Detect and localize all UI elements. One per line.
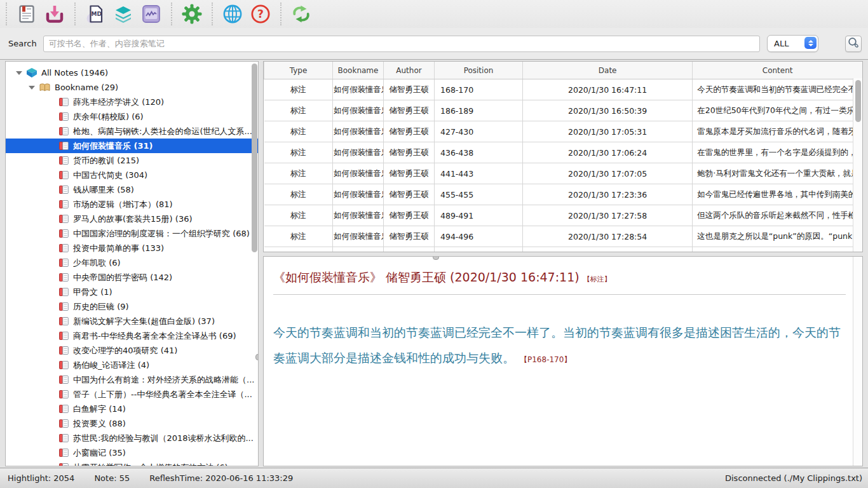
search-label: Search: [8, 39, 37, 48]
column-header[interactable]: Position: [435, 62, 523, 79]
search-row: Search ALL: [0, 28, 868, 60]
sidebar-item-book[interactable]: 少年凯歌 (6): [6, 255, 258, 270]
notes-document-button[interactable]: [13, 1, 41, 27]
cell-date: 2020/1/30 17:27:58: [523, 205, 693, 226]
disclosure-triangle-icon[interactable]: [29, 86, 35, 90]
book-label: 历史的巨镜 (9): [73, 301, 129, 313]
cell-content: 如今雷鬼已经传遍世界各地，其中传到南美的那条线演变成了西班牙语雷鬼，: [693, 184, 862, 205]
table-row[interactable]: 标注 如何假装懂音乐 储智勇王硕 186-189 2020/1/30 16:50…: [264, 100, 863, 121]
cell-author: 储智勇王硕: [384, 100, 435, 121]
detail-divider: [273, 294, 846, 295]
app-window: MD ? Search ALL: [0, 0, 868, 488]
sidebar-item-book[interactable]: 白鱼解字 (14): [6, 402, 258, 416]
sidebar-item-book[interactable]: 货币的教训 (215): [6, 153, 258, 168]
cell-content: 鲍勃·马利对雷鬼文化还有一个重大贡献，就是将脏辫传播到了世界各地。关于为...: [693, 163, 862, 184]
sidebar-item-all-notes[interactable]: All Notes (1946): [6, 65, 258, 80]
sidebar-item-book[interactable]: 改变心理学的40项研究 (41): [6, 343, 258, 358]
cell-bookname: 如何假装懂音乐: [333, 205, 384, 226]
sidebar-item-book[interactable]: 中国古代简史 (304): [6, 168, 258, 182]
filter-select[interactable]: ALL: [767, 35, 818, 52]
splitter-handle[interactable]: [255, 354, 259, 360]
svg-text:?: ?: [257, 8, 264, 20]
red-book-icon: [59, 434, 69, 442]
cell-date: 2020/1/30 17:06:24: [523, 142, 693, 163]
table-row[interactable]: 标注 如何假装懂音乐 储智勇王硕 168-170 2020/1/30 16:47…: [264, 79, 863, 100]
sidebar-item-book[interactable]: 投资中最简单的事 (133): [6, 241, 258, 255]
detail-scrollbar-track[interactable]: [853, 257, 862, 466]
cell-type: 标注: [264, 121, 333, 142]
sidebar-scrollbar-thumb[interactable]: [252, 64, 257, 252]
sidebar-item-book[interactable]: 商君书-中华经典名著全本全注全译丛书 (69): [6, 329, 258, 343]
sidebar-item-book[interactable]: 如何假装懂音乐 (31): [6, 139, 258, 153]
table-row[interactable]: 标注 如何假装懂音乐 储智勇王硕 500-501 2020/1/30 17:29…: [264, 247, 863, 253]
cell-position: 489-491: [435, 205, 523, 226]
refresh-sync-icon: [291, 4, 311, 24]
sidebar-item-book[interactable]: 钱从哪里来 (58): [6, 182, 258, 197]
red-book-icon: [59, 200, 69, 208]
column-header[interactable]: Author: [384, 62, 435, 79]
cell-position: 500-501: [435, 247, 523, 253]
column-header[interactable]: Type: [264, 62, 333, 79]
splitter-handle[interactable]: [433, 256, 439, 260]
note-detail: 《如何假装懂音乐》 储智勇王硕 (2020/1/30 16:47:11)【标注】…: [264, 257, 862, 372]
cell-bookname: 如何假装懂音乐: [333, 226, 384, 247]
cell-author: 储智勇王硕: [384, 184, 435, 205]
search-input[interactable]: [43, 36, 760, 52]
sidebar-item-book[interactable]: 新编说文解字大全集(超值白金版) (37): [6, 314, 258, 329]
cell-position: 436-438: [435, 142, 523, 163]
table-row[interactable]: 标注 如何假装懂音乐 储智勇王硕 494-496 2020/1/30 17:28…: [264, 226, 863, 247]
column-header[interactable]: Bookname: [333, 62, 384, 79]
settings-button[interactable]: [178, 1, 206, 27]
help-button[interactable]: ?: [247, 1, 275, 27]
table-row[interactable]: 标注 如何假装懂音乐 储智勇王硕 436-438 2020/1/30 17:06…: [264, 142, 863, 163]
sidebar-item-book[interactable]: 历史的巨镜 (9): [6, 299, 258, 314]
sidebar-item-book[interactable]: 中国国家治理的制度逻辑：一个组织学研究 (68): [6, 226, 258, 241]
sidebar-item-bookname-group[interactable]: Bookname (29): [6, 80, 258, 95]
sidebar-item-book[interactable]: 中国为什么有前途：对外经济关系的战略潜能（...: [6, 372, 258, 387]
table-scrollbar-thumb[interactable]: [855, 80, 861, 122]
table-row[interactable]: 标注 如何假装懂音乐 储智勇王硕 489-491 2020/1/30 17:27…: [264, 205, 863, 226]
statistics-button[interactable]: [137, 1, 165, 27]
sidebar-item-book[interactable]: 杨伯峻_论语译注 (4): [6, 358, 258, 372]
note-title-text: 《如何假装懂音乐》 储智勇王硕 (2020/1/30 16:47:11): [273, 270, 580, 284]
sidebar-item-book[interactable]: 市场的逻辑（增订本）(81): [6, 197, 258, 212]
layers-button[interactable]: [109, 1, 137, 27]
import-clippings-icon: [45, 4, 64, 24]
cell-type: 标注: [264, 79, 333, 100]
cell-bookname: 如何假装懂音乐: [333, 142, 384, 163]
web-button[interactable]: [219, 1, 247, 27]
main-area: All Notes (1946) Bookname (29) 薛兆丰经济学讲义 …: [0, 60, 868, 468]
book-label: 庆余年(精校版) (6): [73, 111, 144, 123]
help-icon: ?: [250, 4, 271, 24]
red-book-icon: [59, 273, 69, 281]
table-row[interactable]: 标注 如何假装懂音乐 储智勇王硕 427-430 2020/1/30 17:05…: [264, 121, 863, 142]
book-label: 市场的逻辑（增订本）(81): [73, 199, 173, 210]
markdown-export-button[interactable]: MD: [81, 1, 109, 27]
column-header[interactable]: Content: [693, 62, 862, 79]
sidebar-item-book[interactable]: 从零开始学写作：个人增值的有效方法 (6): [6, 460, 258, 466]
toolbar-separator: [280, 3, 281, 25]
column-header[interactable]: Date: [523, 62, 693, 79]
red-book-icon: [59, 376, 69, 384]
sidebar-item-book[interactable]: 小窗幽记 (35): [6, 445, 258, 460]
cell-content: 雷鬼原本是牙买加流行音乐的代名词，随着牙买加移民到了英美之类的发达国家...: [693, 121, 862, 142]
import-clippings-button[interactable]: [41, 1, 69, 27]
sidebar-item-book[interactable]: 苏世民:我的经验与教训（2018读桥水达利欧的...: [6, 431, 258, 445]
sidebar-item-book[interactable]: 投资要义 (88): [6, 416, 258, 431]
sidebar-item-book[interactable]: 枪炮、病菌与钢铁:人类社会的命运(世纪人文系...: [6, 124, 258, 139]
cell-type: 标注: [264, 163, 333, 184]
refresh-button[interactable]: [287, 1, 315, 27]
sidebar-item-book[interactable]: 中央帝国的哲学密码 (142): [6, 270, 258, 285]
sidebar-item-book[interactable]: 薛兆丰经济学讲义 (120): [6, 95, 258, 109]
book-label: 管子（上下册）--中华经典名著全本全注全译（...: [73, 389, 252, 400]
right-panel: TypeBooknameAuthorPositionDateContent 标注…: [263, 61, 863, 466]
search-button[interactable]: [845, 36, 862, 52]
all-notes-label: All Notes (1946): [41, 68, 108, 78]
sidebar-item-book[interactable]: 甲骨文 (1): [6, 285, 258, 299]
disclosure-triangle-icon[interactable]: [16, 71, 22, 75]
table-row[interactable]: 标注 如何假装懂音乐 储智勇王硕 441-443 2020/1/30 17:07…: [264, 163, 863, 184]
sidebar-item-book[interactable]: 管子（上下册）--中华经典名著全本全注全译（...: [6, 387, 258, 402]
sidebar-item-book[interactable]: 庆余年(精校版) (6): [6, 109, 258, 124]
sidebar-item-book[interactable]: 罗马人的故事(套装共15册) (36): [6, 212, 258, 226]
table-row[interactable]: 标注 如何假装懂音乐 储智勇王硕 455-455 2020/1/30 17:23…: [264, 184, 863, 205]
